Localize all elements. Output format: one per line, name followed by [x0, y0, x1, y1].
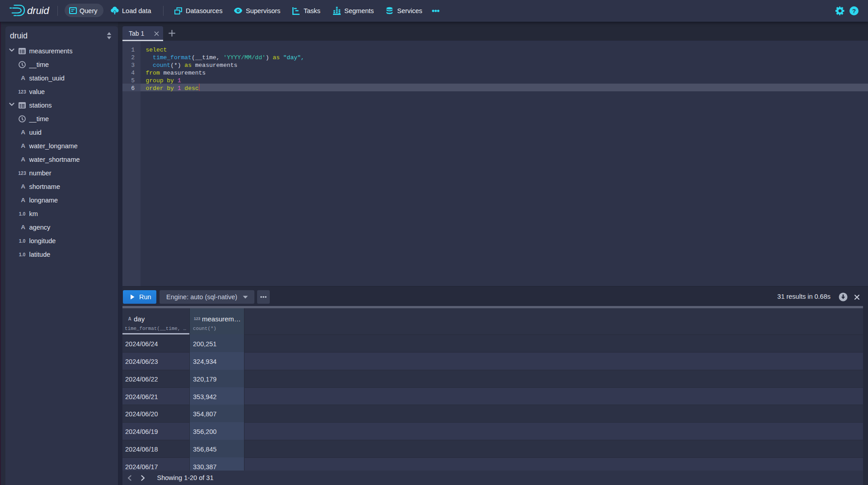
svg-text:?: ? [852, 8, 856, 14]
